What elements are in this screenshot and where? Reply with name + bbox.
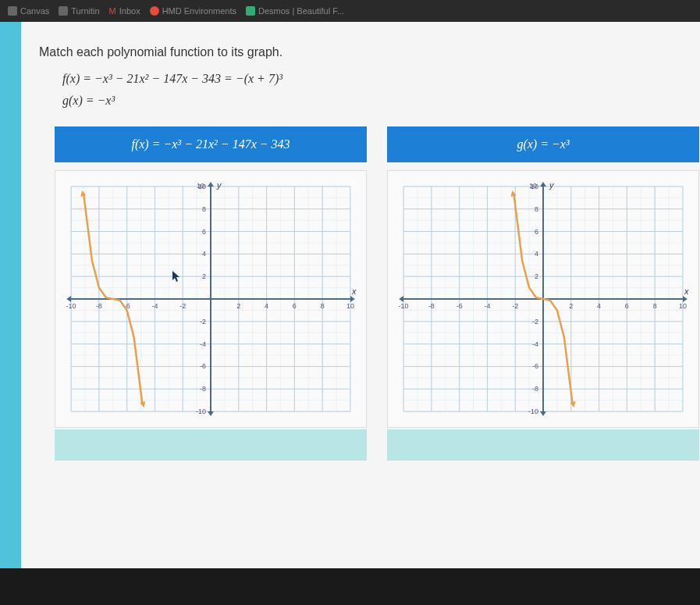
svg-text:x: x	[351, 286, 357, 296]
svg-text:8: 8	[535, 205, 538, 213]
svg-text:y: y	[216, 180, 222, 190]
card-header[interactable]: g(x) = −x³	[387, 126, 699, 162]
graph-container: -10-8-6-4-2246810-10-8-6-4-2246810xy10	[55, 170, 367, 428]
svg-marker-162	[399, 296, 403, 302]
svg-marker-66	[350, 296, 355, 302]
svg-text:-2: -2	[512, 302, 518, 310]
svg-text:-10: -10	[196, 407, 206, 415]
tab-icon	[150, 6, 159, 16]
svg-text:-8: -8	[96, 302, 102, 310]
svg-marker-164	[540, 411, 546, 416]
function-card-f[interactable]: f(x) = −x³ − 21x² − 147x − 343 -10-8-6-4…	[55, 126, 367, 461]
svg-text:10: 10	[197, 182, 204, 190]
svg-text:-4: -4	[200, 340, 206, 348]
browser-tab-bar: Canvas Turnitin MInbox HMD Environments …	[0, 0, 700, 22]
svg-marker-163	[540, 182, 546, 187]
graph-svg: -10-8-6-4-2246810-10-8-6-4-2246810xy10	[388, 171, 698, 427]
tab-icon	[246, 6, 255, 16]
svg-text:10: 10	[346, 302, 354, 310]
svg-text:6: 6	[293, 302, 297, 310]
tab-icon	[59, 6, 68, 16]
page-content: Match each polynomial function to its gr…	[0, 22, 700, 568]
browser-tab[interactable]: Turnitin	[59, 6, 99, 16]
svg-text:-2: -2	[179, 302, 186, 310]
tab-icon	[8, 6, 17, 16]
svg-text:2: 2	[569, 302, 573, 310]
equation-list: f(x) = −x³ − 21x² − 147x − 343 = −(x + 7…	[62, 72, 669, 108]
svg-text:-8: -8	[200, 385, 206, 393]
svg-text:x: x	[684, 286, 689, 296]
svg-marker-69	[208, 411, 214, 416]
equation-g: g(x) = −x³	[62, 94, 669, 108]
svg-text:-8: -8	[428, 302, 435, 310]
svg-text:8: 8	[321, 302, 325, 310]
svg-text:-6: -6	[200, 362, 206, 370]
svg-text:6: 6	[535, 228, 538, 236]
svg-text:4: 4	[265, 302, 268, 310]
svg-text:-10: -10	[66, 302, 76, 310]
function-card-g[interactable]: g(x) = −x³ -10-8-6-4-2246810-10-8-6-4-22…	[387, 126, 699, 461]
svg-text:8: 8	[653, 302, 657, 310]
browser-tab[interactable]: Canvas	[8, 6, 49, 16]
svg-text:6: 6	[625, 302, 629, 310]
answer-drop-zone[interactable]	[387, 429, 699, 461]
svg-marker-161	[683, 296, 688, 302]
graph-container: -10-8-6-4-2246810-10-8-6-4-2246810xy10	[387, 170, 699, 428]
svg-text:10: 10	[529, 182, 537, 190]
svg-text:-2: -2	[532, 318, 538, 326]
svg-text:y: y	[549, 180, 555, 190]
svg-marker-68	[208, 182, 214, 187]
svg-text:-10: -10	[528, 407, 538, 415]
svg-text:-2: -2	[200, 318, 206, 326]
graph-svg: -10-8-6-4-2246810-10-8-6-4-2246810xy10	[55, 171, 366, 427]
svg-text:-4: -4	[151, 302, 158, 310]
svg-text:-10: -10	[399, 302, 409, 310]
svg-text:-8: -8	[532, 385, 538, 393]
svg-text:10: 10	[679, 302, 687, 310]
svg-text:-6: -6	[457, 302, 463, 310]
svg-text:4: 4	[202, 250, 206, 258]
svg-marker-67	[66, 296, 71, 302]
svg-text:4: 4	[535, 250, 538, 258]
svg-text:2: 2	[236, 302, 240, 310]
browser-tab[interactable]: MInbox	[109, 6, 140, 16]
svg-text:2: 2	[535, 272, 538, 280]
svg-text:2: 2	[202, 272, 206, 280]
browser-tab[interactable]: HMD Environments	[150, 6, 236, 16]
svg-text:-4: -4	[532, 340, 538, 348]
question-title: Match each polynomial function to its gr…	[39, 45, 669, 59]
equation-f: f(x) = −x³ − 21x² − 147x − 343 = −(x + 7…	[62, 72, 669, 86]
card-header[interactable]: f(x) = −x³ − 21x² − 147x − 343	[55, 126, 367, 162]
svg-text:6: 6	[202, 228, 206, 236]
browser-tab[interactable]: Desmos | Beautiful F...	[246, 6, 344, 16]
svg-text:8: 8	[202, 205, 206, 213]
svg-text:-6: -6	[532, 362, 538, 370]
answer-drop-zone[interactable]	[55, 429, 367, 461]
svg-text:4: 4	[597, 302, 601, 310]
svg-text:-4: -4	[484, 302, 490, 310]
